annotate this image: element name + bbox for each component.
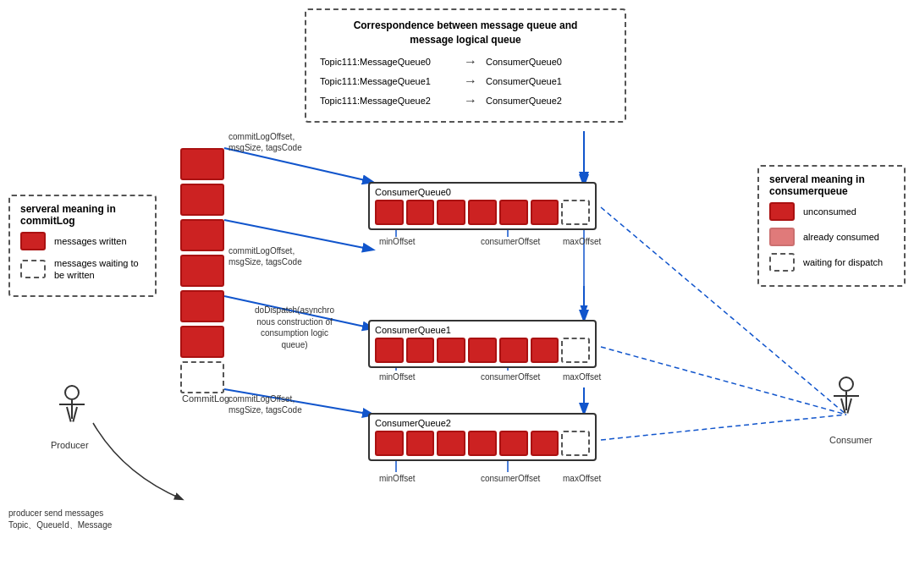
queue0-title: ConsumerQueue0 (375, 187, 590, 197)
producer-head (64, 385, 80, 400)
queue1-blocks (375, 338, 590, 363)
consumer-leg-left (840, 398, 846, 414)
corr-arrow-2: → (464, 93, 477, 108)
q0-arrow-label: commitLogOffset, msgSize, tagsCode (228, 245, 302, 267)
q1-block-5 (499, 338, 528, 363)
commitlog-column (178, 148, 227, 393)
diagram-container: Correspondence between message queue and… (0, 0, 914, 588)
commitlog-legend-label-1: messages waiting to be written (54, 257, 145, 282)
queue0-container: ConsumerQueue0 (368, 182, 597, 230)
commit-block-2 (180, 184, 224, 216)
q0-block-2 (406, 200, 435, 225)
corr-from-2: Topic111:MessageQueue2 (320, 96, 455, 106)
q1-block-2 (406, 338, 435, 363)
producer-legs (66, 407, 78, 422)
correspondence-box: Correspondence between message queue and… (305, 8, 626, 123)
consumer-head (839, 376, 854, 392)
commitlog-legend-item-0: messages written (20, 232, 145, 250)
dashed-block-icon (20, 260, 46, 278)
q1-block-4 (468, 338, 497, 363)
commitlog-legend-item-1: messages waiting to be written (20, 257, 145, 282)
queue2-title: ConsumerQueue2 (375, 418, 590, 428)
q0-block-3 (437, 200, 465, 225)
q2-block-1 (375, 431, 404, 456)
q0-block-1 (375, 200, 404, 225)
queue1-title: ConsumerQueue1 (375, 325, 590, 335)
commit-block-3 (180, 219, 224, 251)
consumer-legs (840, 398, 852, 414)
consumer-figure (834, 376, 859, 414)
producer-arms (59, 404, 85, 405)
commitlog-name-label: CommitLog (182, 393, 229, 404)
consumerqueue-legend-item-0: unconsumed (769, 202, 894, 221)
producer-send-label: producer send messages Topic、QueueId、Mes… (8, 508, 112, 531)
q1-block-dashed (561, 338, 590, 363)
commitlog-legend-title: serveral meaning in commitLog (20, 203, 145, 227)
q0-block-4 (468, 200, 497, 225)
corr-arrow-1: → (464, 74, 477, 89)
q1-block-3 (437, 338, 465, 363)
svg-line-10 (601, 347, 846, 415)
correspondence-row-2: Topic111:MessageQueue2 → ConsumerQueue2 (320, 93, 611, 108)
consumer-name-label: Consumer (829, 435, 873, 445)
red-block-unconsumed (769, 202, 795, 221)
consumerqueue-legend-label-0: unconsumed (803, 206, 856, 217)
q2-block-4 (468, 431, 497, 456)
dashed-block-waiting (769, 253, 795, 272)
corr-to-1: ConsumerQueue1 (486, 76, 562, 86)
correspondence-title: Correspondence between message queue and… (320, 19, 611, 47)
q2-maxoffset: maxOffset (563, 474, 601, 483)
q0-consumeroffset: consumerOffset (481, 237, 540, 246)
producer-name-label: Producer (51, 440, 89, 450)
corr-to-0: ConsumerQueue0 (486, 57, 562, 67)
consumer-leg-right (846, 398, 852, 414)
red-block-consumed (769, 228, 795, 246)
corr-from-1: Topic111:MessageQueue1 (320, 76, 455, 86)
commit-block-dashed (180, 361, 224, 393)
q1-maxoffset: maxOffset (563, 372, 601, 382)
queue2-container: ConsumerQueue2 (368, 413, 597, 461)
commit-block-4 (180, 255, 224, 287)
producer-leg-left (66, 407, 72, 422)
consumerqueue-legend: serveral meaning in consumerqueue uncons… (757, 165, 906, 287)
top-arrow-label: commitLogOffset, msgSize, tagsCode (228, 131, 302, 153)
q0-block-5 (499, 200, 528, 225)
svg-line-11 (601, 415, 846, 440)
consumerqueue-legend-label-2: waiting for dispatch (803, 256, 883, 268)
q2-minoffset: minOffset (379, 474, 416, 483)
q2-consumeroffset: consumerOffset (481, 474, 540, 483)
consumerqueue-legend-item-1: already consumed (769, 228, 894, 246)
consumerqueue-legend-title: serveral meaning in consumerqueue (769, 173, 894, 197)
consumerqueue-legend-item-2: waiting for dispatch (769, 253, 894, 272)
producer-figure (59, 385, 85, 422)
q1-block-6 (531, 338, 559, 363)
correspondence-row-1: Topic111:MessageQueue1 → ConsumerQueue1 (320, 74, 611, 89)
commitlog-legend: serveral meaning in commitLog messages w… (8, 195, 157, 297)
q0-maxoffset: maxOffset (563, 237, 601, 246)
q0-minoffset: minOffset (379, 237, 416, 246)
commit-block-1 (180, 148, 224, 180)
q2-arrow-label: commitLogOffset, msgSize, tagsCode (228, 393, 302, 415)
queue1-container: ConsumerQueue1 (368, 320, 597, 368)
q1-block-1 (375, 338, 404, 363)
q1-minoffset: minOffset (379, 372, 416, 382)
consumerqueue-legend-label-1: already consumed (803, 232, 879, 242)
commit-block-6 (180, 326, 224, 358)
consumer-arms (834, 395, 859, 397)
commit-block-5 (180, 290, 224, 322)
producer-leg-right (72, 407, 78, 422)
queue0-blocks (375, 200, 590, 225)
q2-block-6 (531, 431, 559, 456)
svg-line-0 (224, 148, 372, 182)
q0-block-6 (531, 200, 559, 225)
commitlog-legend-label-0: messages written (54, 236, 127, 246)
q1-dispatch-label: doDispatch(asynchro nous construction of… (227, 305, 362, 350)
correspondence-row-0: Topic111:MessageQueue0 → ConsumerQueue0 (320, 54, 611, 69)
corr-to-2: ConsumerQueue2 (486, 96, 562, 106)
red-block-icon (20, 232, 46, 250)
q2-block-2 (406, 431, 435, 456)
q2-block-dashed (561, 431, 590, 456)
q2-block-3 (437, 431, 465, 456)
q1-consumeroffset: consumerOffset (481, 372, 540, 382)
queue2-blocks (375, 431, 590, 456)
